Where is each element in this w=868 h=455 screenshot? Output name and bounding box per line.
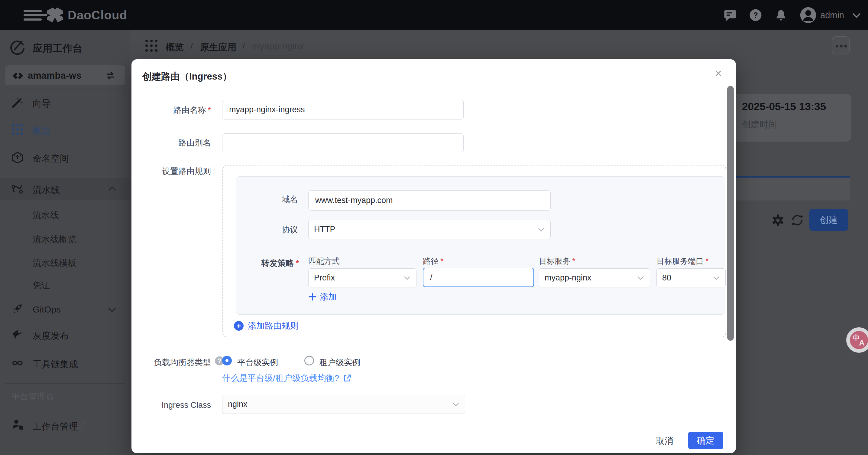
route-alias-input[interactable] <box>222 134 464 152</box>
add-forward-rule-link[interactable]: 添加 <box>308 291 337 303</box>
sidebar-item-label: 工具链集成 <box>33 358 78 371</box>
ingress-class-select[interactable]: nginx <box>222 395 465 414</box>
breadcrumb-separator: / <box>242 41 245 51</box>
refresh-icon[interactable] <box>790 214 804 227</box>
protocol-select[interactable]: HTTP <box>308 220 551 239</box>
sidebar-group-pipeline[interactable]: 流水线 <box>0 178 130 200</box>
row-divider <box>736 236 850 236</box>
target-service-select[interactable]: myapp-nginx <box>539 268 650 287</box>
sidebar-group-label: 流水线 <box>33 184 60 196</box>
sidebar-item-label: 命名空间 <box>33 152 69 165</box>
section-label-platform-admin: 平台管理员 <box>11 391 54 402</box>
circle-plus-icon: + <box>234 321 244 331</box>
chevron-down-icon[interactable] <box>852 11 861 19</box>
radio-platform-instance[interactable] <box>222 356 232 366</box>
avatar[interactable] <box>800 7 817 24</box>
wizard-wand-icon <box>11 96 24 108</box>
chevron-down-icon <box>403 275 411 281</box>
route-alias-label: 路由别名 <box>131 137 211 148</box>
modal-title: 创建路由（Ingress） <box>142 70 232 83</box>
modal-scrollbar[interactable] <box>727 86 734 341</box>
sidebar-subitem-credentials[interactable]: 凭证 <box>33 280 50 292</box>
create-ingress-modal: 创建路由（Ingress） × 路由名称* 路由别名 设置路由规则 域名 协议 … <box>131 59 736 453</box>
match-type-select[interactable]: Prefix <box>308 268 416 287</box>
sidebar-item-label: 工作台管理 <box>33 421 78 433</box>
match-type-value: Prefix <box>314 273 403 283</box>
workspace-name: amamba-ws <box>28 70 81 81</box>
radio-tenant-label[interactable]: 租户级实例 <box>319 357 360 368</box>
target-port-value: 80 <box>662 273 713 283</box>
breadcrumb-separator: / <box>190 41 193 51</box>
module-title: 应用工作台 <box>33 42 83 55</box>
cancel-button[interactable]: 取消 <box>650 433 679 449</box>
required-mark: * <box>296 259 299 268</box>
target-port-label: 目标服务端口* <box>656 256 709 266</box>
protocol-value: HTTP <box>314 225 538 234</box>
ingress-class-value: nginx <box>228 400 452 409</box>
brand-name: DaoCloud <box>68 8 127 22</box>
chevron-down-icon <box>107 306 117 313</box>
help-icon[interactable]: ? <box>748 8 763 22</box>
sidebar-subitem-pipeline-template[interactable]: 流水线模板 <box>33 257 76 269</box>
lb-help-text: 什么是平台级/租户级负载均衡? <box>222 372 339 384</box>
more-actions-button[interactable] <box>832 36 850 54</box>
daocloud-logo-icon <box>45 5 65 25</box>
translate-icon[interactable]: 中 A <box>850 331 868 349</box>
table-header-row <box>736 178 850 201</box>
confirm-button[interactable]: 确定 <box>688 432 723 449</box>
forward-policy-label: 转发策略* <box>236 258 299 268</box>
close-icon[interactable]: × <box>715 67 722 79</box>
add-link-label: 添加 <box>320 291 337 303</box>
radio-platform-label[interactable]: 平台级实例 <box>237 357 278 368</box>
rules-section-label: 设置路由规则 <box>131 166 211 177</box>
gear-icon[interactable] <box>771 214 784 227</box>
workspace-icon <box>12 70 24 81</box>
target-port-select[interactable]: 80 <box>656 268 726 287</box>
app-workbench-icon <box>9 39 25 55</box>
sidebar-item-label: 向导 <box>33 97 51 110</box>
svg-text:?: ? <box>753 11 758 19</box>
breadcrumb-native-app[interactable]: 原生应用 <box>200 41 236 54</box>
switch-workspace-icon[interactable] <box>104 70 116 81</box>
sidebar-subitem-pipeline[interactable]: 流水线 <box>33 209 59 222</box>
ingress-class-label: Ingress Class <box>131 401 211 410</box>
sidebar: 应用工作台 amamba-ws 向导 概览 <box>0 30 130 455</box>
route-name-label: 路由名称* <box>131 105 211 116</box>
apps-grid-icon[interactable] <box>145 39 158 53</box>
radio-tenant-instance[interactable] <box>304 356 314 366</box>
target-service-label: 目标服务* <box>539 256 576 266</box>
breadcrumb-overview[interactable]: 概览 <box>166 41 184 54</box>
pipeline-icon <box>11 183 24 195</box>
lb-type-label: 负载均衡器类型 <box>131 357 211 368</box>
breadcrumb-current: myapp-nginx <box>252 41 304 51</box>
message-icon[interactable] <box>723 8 738 22</box>
namespace-cube-icon <box>11 151 24 163</box>
external-link-icon <box>76 421 86 430</box>
create-button[interactable]: 创建 <box>809 209 848 231</box>
add-route-rule-label: 添加路由规则 <box>248 320 299 332</box>
chevron-down-icon <box>713 275 720 281</box>
domain-input[interactable] <box>308 190 551 210</box>
created-time-label: 创建时间 <box>742 119 777 131</box>
required-mark: * <box>705 257 709 266</box>
overview-grid-icon <box>11 123 24 136</box>
match-type-label: 匹配方式 <box>308 256 340 266</box>
chevron-down-icon <box>538 227 545 233</box>
created-time-value: 2025-05-15 13:35 <box>742 101 826 113</box>
sidebar-subitem-pipeline-overview[interactable]: 流水线概览 <box>33 233 76 246</box>
workbench-admin-icon <box>11 418 24 431</box>
required-mark: * <box>208 106 211 115</box>
rocket-icon <box>11 303 24 315</box>
workspace-selector[interactable]: amamba-ws <box>5 65 125 85</box>
username[interactable]: admin <box>820 10 844 20</box>
path-input[interactable] <box>423 268 534 287</box>
route-name-input[interactable] <box>222 100 464 119</box>
chevron-up-icon <box>107 185 117 192</box>
chevron-down-icon <box>637 275 644 281</box>
sidebar-item-label: 灰度发布 <box>33 330 69 342</box>
add-route-rule-link[interactable]: + 添加路由规则 <box>234 320 299 332</box>
notification-bell-icon[interactable] <box>774 8 788 22</box>
infinity-icon <box>11 357 24 369</box>
lb-help-link[interactable]: 什么是平台级/租户级负载均衡? <box>222 372 352 384</box>
bird-icon <box>11 329 24 341</box>
